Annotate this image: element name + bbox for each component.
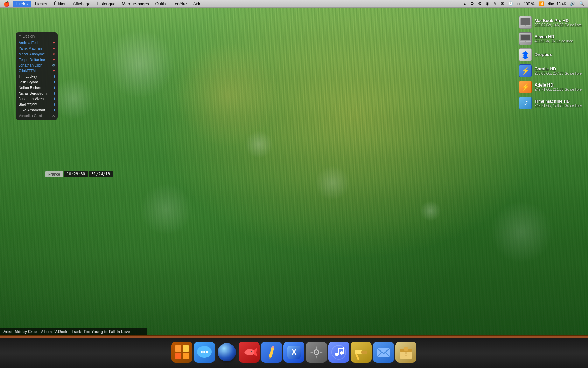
dock-icons-container: X (172, 342, 416, 365)
contact-yanik-magnan[interactable]: Yanik Magnan ♥ (16, 46, 58, 51)
artist-value: Mötley Crüe (15, 329, 37, 334)
contact-niclas-bergstrom[interactable]: Niclas Bergström t (16, 90, 58, 96)
contact-luka-amammart[interactable]: Luka Amammart t (16, 107, 58, 113)
twitter-icon: t (54, 108, 55, 112)
contact-josh-bryant[interactable]: Josh Bryant t (16, 79, 58, 85)
menubar-screen-icon[interactable]: □ (516, 2, 521, 6)
drive-adele-info: 249,71 Go, 211,85 Go de libre (534, 88, 582, 91)
dock-icon-hammer[interactable] (351, 342, 372, 363)
menu-affichage[interactable]: Affichage (70, 1, 93, 7)
time-location: France (46, 171, 63, 177)
drive-seven-hd[interactable]: Seven HD 43,69 Go, 16 Go de libre (516, 31, 584, 46)
heart-icon: ♥ (53, 41, 55, 45)
contact-voharika-gard[interactable]: Voharika Gard ✕ (16, 113, 58, 118)
contact-jonathan-viken[interactable]: Jonathan Viken t (16, 96, 58, 102)
contact-gilomttm[interactable]: GiloMTTM ♥ (16, 68, 58, 74)
svg-point-34 (340, 351, 343, 355)
refresh-icon: ↻ (52, 63, 55, 67)
drive-macbook-name: MacBook Pro HD (534, 18, 582, 23)
menu-fichier[interactable]: Fichier (32, 1, 50, 7)
menu-outils[interactable]: Outils (153, 1, 169, 7)
contact-jonathan-dion[interactable]: Jonathan Dion ↻ (16, 62, 58, 68)
menubar-icon-5[interactable]: ✎ (492, 1, 498, 6)
drive-adele-icon: ⚡ (519, 81, 532, 93)
menubar-search-icon[interactable]: 🔍 (578, 1, 585, 6)
menubar-wifi-icon[interactable]: 📶 (538, 1, 545, 6)
menubar-mail-icon[interactable]: ✉ (500, 1, 505, 6)
svg-rect-13 (175, 345, 181, 352)
drive-macbook-pro-hd[interactable]: MacBook Pro HD 208,02 Go, 146,88 Go de l… (516, 15, 584, 30)
svg-rect-45 (404, 347, 408, 351)
drive-coralie-hd[interactable]: ⚡ Coralie HD 250,05 Go, 207,73 Go de lib… (516, 63, 584, 79)
contact-tim-luckey[interactable]: Tim Luckey t (16, 74, 58, 79)
dock-icon-system-prefs[interactable] (306, 342, 327, 363)
svg-point-3 (525, 25, 526, 26)
dock-icon-xcode[interactable]: X (284, 342, 304, 363)
menu-aide[interactable]: Aide (190, 1, 204, 7)
twitter-icon: t (54, 91, 55, 95)
heart-icon: ♥ (53, 58, 55, 62)
drive-dropbox-name: Dropbox (534, 52, 552, 57)
drive-dropbox-icon: ◆ (519, 48, 532, 61)
twitter-icon: t (54, 75, 55, 79)
svg-rect-37 (338, 348, 344, 349)
menubar: 🍎 Firefox Fichier Édition Affichage Hist… (0, 0, 588, 8)
svg-point-33 (335, 353, 338, 356)
dock-icon-ichat[interactable] (194, 342, 215, 363)
drive-macbook-icon (519, 16, 532, 29)
svg-rect-1 (521, 19, 530, 24)
dock-icon-blue-sphere[interactable] (216, 342, 237, 363)
menubar-datetime: dim. 16:46 (547, 2, 567, 6)
dock-icon-fish[interactable] (239, 342, 260, 363)
dock-icon-grid[interactable] (172, 342, 192, 363)
track-label: Track: (72, 329, 82, 334)
desktop: ▼ Design Andrea Fedi ♥ Yanik Magnan ♥ Me… (0, 8, 588, 368)
contact-nolloo-bishes[interactable]: Nolloo Bishes t (16, 85, 58, 90)
svg-point-31 (316, 351, 317, 353)
drive-timemachine-hd[interactable]: ↺ Time machine HD 249,71 Go, 178,73 Go d… (516, 95, 584, 111)
drive-adele-hd[interactable]: ⚡ Adele HD 249,71 Go, 211,85 Go de libre (516, 79, 584, 95)
dock-icon-pencil[interactable] (261, 342, 282, 363)
dock: X (0, 335, 588, 368)
apple-menu[interactable]: 🍎 (0, 1, 13, 7)
dock-icon-mail[interactable] (373, 342, 394, 363)
drive-timemachine-name: Time machine HD (534, 99, 582, 104)
artist-label: Artist: (4, 329, 13, 334)
svg-marker-25 (269, 357, 271, 359)
menubar-icon-3[interactable]: ⚙ (477, 1, 483, 6)
track-value: Too Young to Fall In Love (84, 329, 130, 334)
menu-firefox[interactable]: Firefox (13, 1, 31, 7)
svg-rect-5 (521, 35, 530, 40)
menu-edition[interactable]: Édition (51, 1, 70, 7)
svg-rect-14 (183, 345, 189, 352)
menu-fenetre[interactable]: Fenêtre (169, 1, 189, 7)
contacts-widget: ▼ Design Andrea Fedi ♥ Yanik Magnan ♥ Me… (16, 32, 58, 120)
triangle-icon: ▼ (19, 35, 21, 38)
menubar-icon-4[interactable]: ◉ (485, 1, 490, 6)
album-value: V-Rock (54, 329, 67, 334)
menu-historique[interactable]: Historique (94, 1, 118, 7)
svg-text:X: X (292, 348, 297, 356)
contact-felipe-deltanine[interactable]: Felipe Deltaninе ♥ (16, 57, 58, 62)
drive-adele-name: Adele HD (534, 83, 582, 88)
drive-seven-icon (519, 32, 532, 45)
drive-dropbox[interactable]: ◆ Dropbox (516, 47, 584, 62)
drives-panel: MacBook Pro HD 208,02 Go, 146,88 Go de l… (516, 15, 584, 111)
menubar-zoom: 100 % (523, 2, 536, 6)
time-value: 10:29:30 (64, 171, 88, 177)
heart-icon: ♥ (53, 52, 55, 56)
dock-shelf (0, 335, 588, 338)
dock-icon-unarchiver[interactable] (396, 342, 416, 363)
menubar-clock-icon[interactable]: 🕐 (507, 1, 514, 6)
menubar-icon-1[interactable]: ● (463, 2, 467, 6)
widget-header[interactable]: ▼ Design (16, 32, 58, 40)
contact-andrea-fedi[interactable]: Andrea Fedi ♥ (16, 40, 58, 46)
dock-icon-itunes[interactable] (328, 342, 349, 363)
album-label: Album: (41, 329, 53, 334)
menubar-icon-2[interactable]: ⚙ (469, 1, 475, 6)
contact-shel[interactable]: Shel ????? t (16, 102, 58, 107)
menubar-volume-icon[interactable]: 🔊 (569, 1, 576, 6)
menu-marquepages[interactable]: Marque-pages (119, 1, 152, 7)
dock-background: X (0, 338, 588, 368)
contact-mehdi-anonyme[interactable]: Mehdi Anonyme ♥ (16, 51, 58, 57)
